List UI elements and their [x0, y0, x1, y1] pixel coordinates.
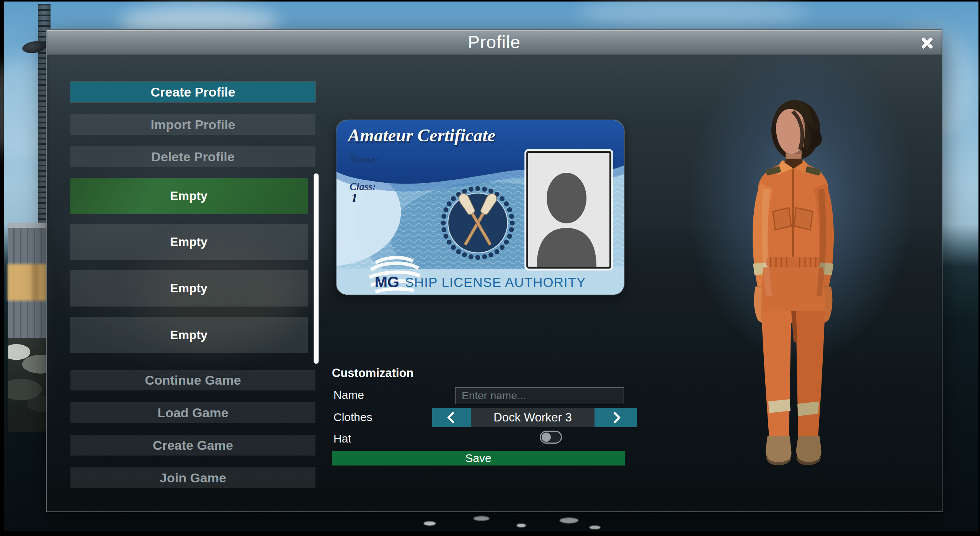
certificate-title: Amateur Certificate	[348, 125, 495, 146]
create-game-button[interactable]: Create Game	[70, 435, 315, 456]
chevron-left-icon	[447, 411, 459, 423]
load-game-button[interactable]: Load Game	[70, 402, 315, 423]
shore-rocks	[8, 338, 52, 432]
chevron-right-icon	[609, 411, 621, 423]
join-game-button[interactable]: Join Game	[70, 467, 315, 488]
cloud	[578, 0, 808, 28]
authority-mg: MG	[375, 274, 399, 290]
create-profile-button[interactable]: Create Profile	[70, 82, 315, 102]
profile-list-scrollbar[interactable]	[314, 173, 319, 364]
delete-profile-button[interactable]: Delete Profile	[70, 146, 315, 167]
name-input[interactable]	[455, 387, 624, 404]
profile-slot-2[interactable]: Empty	[70, 224, 308, 260]
import-profile-button[interactable]: Import Profile	[70, 114, 315, 135]
dialog-titlebar: Profile	[47, 30, 942, 55]
clothes-next-button[interactable]	[595, 408, 637, 427]
customization-heading: Customization	[332, 366, 414, 380]
certificate-name-label: Name:	[350, 154, 378, 166]
clothes-value: Dock Worker 3	[471, 408, 595, 427]
profile-slot-3[interactable]: Empty	[70, 270, 308, 307]
authority-text: SHIP LICENSE AUTHORITY	[405, 275, 586, 290]
close-button[interactable]	[918, 34, 936, 52]
character-preview	[738, 97, 849, 478]
continue-game-button[interactable]: Continue Game	[70, 370, 315, 390]
game-screen: { "window": { "title": "Profile" }, "men…	[0, 0, 980, 536]
hat-label: Hat	[333, 432, 351, 445]
authority-line: MG SHIP LICENSE AUTHORITY	[336, 274, 624, 291]
person-silhouette-icon	[528, 153, 609, 267]
clothes-label: Clothes	[333, 411, 372, 424]
name-label: Name	[333, 388, 364, 402]
hat-toggle[interactable]	[540, 431, 562, 444]
profile-slot-1[interactable]: Empty	[70, 178, 308, 214]
save-button[interactable]: Save	[332, 451, 625, 466]
toggle-knob-icon	[542, 433, 551, 442]
certificate-class-value: 1	[351, 191, 358, 205]
photo-placeholder	[526, 151, 611, 269]
license-certificate-card: Amateur Certificate Name: Class: 1 MG SH…	[336, 120, 624, 295]
dock-building	[8, 223, 52, 339]
profile-slot-4[interactable]: Empty	[70, 317, 308, 353]
dialog-title: Profile	[47, 30, 942, 55]
clothes-prev-button[interactable]	[432, 408, 471, 427]
sea-foam	[406, 511, 605, 531]
profile-dialog: Profile Create Profile Import Profile De…	[46, 29, 942, 512]
